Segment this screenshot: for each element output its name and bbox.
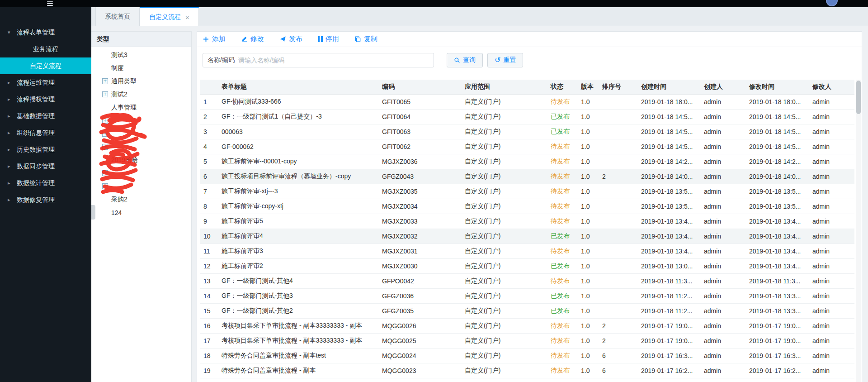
table-row[interactable]: 8施工标前评审-copy-xtjMGJXZ0034自定义(门户)待发布1.020…: [200, 199, 854, 214]
cell-code: MQGG0023: [378, 367, 461, 374]
cell-modified-time: 2019-01-18 14:2...: [745, 158, 809, 165]
column-header-status[interactable]: 状态: [547, 83, 577, 91]
table-row[interactable]: 5施工标前评审--00001-copyMGJXZ0036自定义(门户)待发布1.…: [200, 154, 854, 169]
tree-item[interactable]: +测试2: [91, 88, 191, 101]
sidebar-item[interactable]: ▸流程运维管理: [0, 74, 91, 91]
tree-item[interactable]: +: [91, 127, 191, 140]
vertical-scrollbar[interactable]: [856, 80, 861, 382]
table-row[interactable]: 13GF：一级部门测试-其他4GFPO0042自定义(门户)待发布1.02019…: [200, 274, 854, 289]
tree-item[interactable]: 制度: [91, 62, 191, 75]
tree-item[interactable]: +: [91, 114, 191, 127]
tree-panel-title: 类型: [91, 32, 191, 47]
column-header-modifier[interactable]: 修改人: [809, 83, 854, 91]
sidebar-item[interactable]: ▸数据同步管理: [0, 158, 91, 175]
add-button[interactable]: 添加: [203, 35, 226, 43]
tree-item[interactable]: 采购2: [91, 193, 191, 206]
sidebar-item[interactable]: ▸数据统计管理: [0, 175, 91, 191]
tree-item[interactable]: +: [91, 140, 191, 153]
column-header-scope[interactable]: 应用范围: [461, 83, 547, 91]
expand-plus-icon[interactable]: +: [102, 144, 108, 150]
table-row[interactable]: 7施工标前评审-xtj---3MGJXZ0035自定义(门户)待发布1.0201…: [200, 184, 854, 199]
cell-scope: 自定义(门户): [461, 307, 547, 315]
suspend-button[interactable]: 停用: [318, 35, 339, 43]
sidebar-item[interactable]: ▸基础数据管理: [0, 108, 91, 124]
tree-item[interactable]: +: [91, 167, 191, 180]
cell-creator: admin: [700, 233, 745, 240]
tree-item-label: 测试2: [111, 91, 127, 99]
cell-scope: 自定义(门户): [461, 337, 547, 345]
tab-custom-process[interactable]: 自定义流程 ×: [140, 7, 199, 26]
cell-modified-time: 2019-01-17 19:0...: [745, 322, 809, 329]
expand-plus-icon[interactable]: +: [102, 78, 108, 84]
sidebar-item-label: 流程授权管理: [17, 96, 55, 104]
reset-button[interactable]: ↺ 重置: [487, 53, 523, 67]
tree-item[interactable]: 124: [91, 206, 191, 219]
table-row[interactable]: 16考核项目集采下单审批流程 - 副本33333333 - 副本MQGG0026…: [200, 319, 854, 334]
sidebar-subitem-label: 业务流程: [33, 45, 58, 53]
search-input[interactable]: [235, 54, 434, 67]
sidebar-collapse-handle[interactable]: [91, 205, 95, 220]
expand-plus-icon[interactable]: +: [102, 170, 108, 176]
table-row[interactable]: 9施工标前评审5MGJXZ0033自定义(门户)待发布1.02019-01-18…: [200, 214, 854, 229]
cell-modifier: admin: [809, 307, 854, 315]
tree-item[interactable]: 测试3: [91, 48, 191, 62]
column-header-version[interactable]: 版本: [577, 83, 599, 91]
status-badge: 待发布: [551, 277, 570, 284]
cell-code: GFIT0063: [378, 128, 461, 135]
table-row[interactable]: 15GF：一级部门测试-其他2GFGZ0035自定义(门户)已发布1.02019…: [200, 304, 854, 319]
tree-item[interactable]: 2019哈哈: [91, 153, 191, 167]
sidebar-item[interactable]: ▸组织信息管理: [0, 124, 91, 141]
table-row[interactable]: 3000063GFIT0063自定义(门户)已发布1.02019-01-18 1…: [200, 124, 854, 139]
column-header-creator[interactable]: 创建人: [700, 83, 745, 91]
publish-button[interactable]: 发布: [279, 35, 302, 43]
table-row[interactable]: 6施工投标项目标前评审流程（幕墙业务）-copyGFGZ0043自定义(门户)待…: [200, 169, 854, 184]
table-row[interactable]: 14GF：一级部门测试-其他3GFGZ0036自定义(门户)已发布1.02019…: [200, 289, 854, 304]
cell-scope: 自定义(门户): [461, 113, 547, 121]
column-header-title[interactable]: 表单标题: [218, 83, 378, 91]
column-header-modified-time[interactable]: 修改时间: [745, 83, 809, 91]
table-row[interactable]: 12施工标前评审2MGJXZ0030自定义(门户)已发布1.02019-01-1…: [200, 259, 854, 274]
table-row[interactable]: 10施工标前评审4MGJXZ0032自定义(门户)已发布1.02019-01-1…: [200, 229, 854, 244]
table-row[interactable]: 4GF-000062GFIT0062自定义(门户)待发布1.02019-01-1…: [200, 139, 854, 154]
table-row[interactable]: 19特殊劳务合同盖章审批流程 - 副本MQGG0023自定义(门户)待发布1.0…: [200, 363, 854, 378]
caret-down-icon: ▾: [8, 29, 13, 35]
cell-created-time: 2019-01-18 11:2...: [637, 307, 700, 315]
tree-item[interactable]: +: [91, 180, 191, 193]
tab-system-home[interactable]: 系统首页: [95, 7, 140, 26]
scrollbar-thumb[interactable]: [856, 81, 861, 114]
cell-creator: admin: [700, 248, 745, 255]
table-row[interactable]: 17考核项目集采下单审批流程 - 副本33333333 - 副本MQGG0025…: [200, 334, 854, 349]
edit-button[interactable]: 修改: [241, 35, 264, 43]
cell-scope: 自定义(门户): [461, 202, 547, 210]
cell-status: 已发布: [547, 292, 577, 300]
copy-button[interactable]: 复制: [354, 35, 377, 43]
cell-modified-time: 2019-01-18 14:5...: [745, 113, 809, 120]
table-row[interactable]: 1GF-协同测试333-666GFIT0065自定义(门户)待发布1.02019…: [200, 95, 854, 110]
expand-plus-icon[interactable]: +: [102, 91, 108, 97]
sidebar-item[interactable]: ▾流程表单管理: [0, 24, 91, 41]
caret-right-icon: ▸: [8, 96, 13, 102]
tree-item[interactable]: 人事管理: [91, 101, 191, 114]
menu-toggle-icon[interactable]: [47, 1, 53, 6]
table-row[interactable]: 2GF：一级部门测试1（自己提交）-3GFIT0064自定义(门户)已发布1.0…: [200, 110, 854, 124]
expand-plus-icon[interactable]: +: [102, 131, 108, 137]
table-row[interactable]: 11施工标前评审3MGJXZ0031自定义(门户)待发布1.02019-01-1…: [200, 244, 854, 259]
query-button[interactable]: 查询: [447, 53, 483, 67]
expand-plus-icon[interactable]: +: [102, 118, 108, 124]
cell-version: 1.0: [577, 203, 599, 210]
column-header-code[interactable]: 编码: [378, 83, 461, 91]
close-icon[interactable]: ×: [185, 14, 189, 21]
sidebar-subitem[interactable]: 业务流程: [0, 41, 91, 57]
column-header-created-time[interactable]: 创建时间: [637, 83, 700, 91]
cell-seq: 8: [200, 203, 218, 210]
sidebar-subitem[interactable]: 自定义流程: [0, 57, 91, 74]
sidebar-item[interactable]: ▸历史数据管理: [0, 141, 91, 158]
sidebar-item[interactable]: ▸数据修复管理: [0, 191, 91, 208]
expand-plus-icon[interactable]: +: [102, 183, 108, 189]
cell-code: GFGZ0035: [378, 307, 461, 315]
sidebar-item[interactable]: ▸流程授权管理: [0, 91, 91, 108]
column-header-sort[interactable]: 排序号: [599, 83, 637, 91]
cell-code: GFPO0042: [378, 277, 461, 285]
table-row[interactable]: 18特殊劳务合同盖章审批流程 - 副本testMQGG0024自定义(门户)待发…: [200, 349, 854, 363]
tree-item[interactable]: +通用类型: [91, 75, 191, 88]
